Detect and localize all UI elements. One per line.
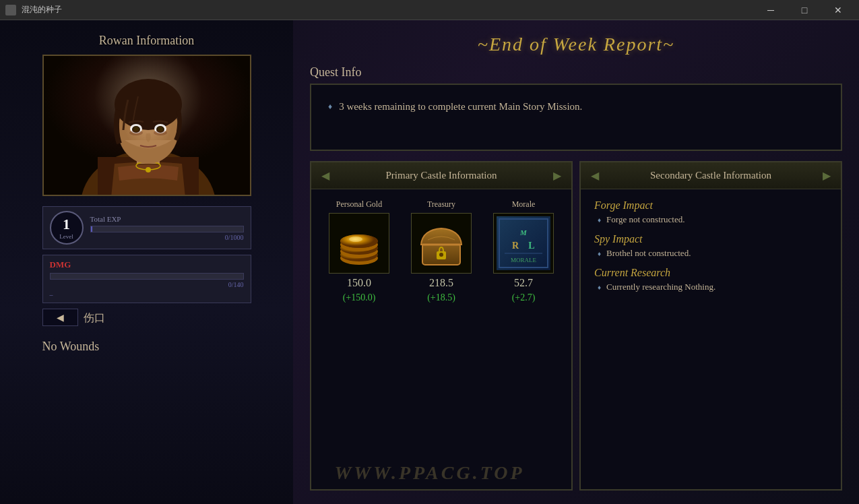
quest-content: 3 weeks remaining to complete current Ma… <box>339 98 582 115</box>
svg-point-24 <box>349 237 362 242</box>
gold-delta: (+150.0) <box>343 292 376 303</box>
stats-area: 1 Level Total EXP 0/1000 DMG 0/140 – <box>42 206 251 354</box>
character-svg <box>44 56 251 196</box>
exp-bar-bg <box>90 226 244 232</box>
secondary-castle-left-arrow: ◀ <box>591 169 599 182</box>
spy-impact-detail: ♦ Brothel not constructed. <box>594 248 827 259</box>
wounds-section-header: 伤口 <box>84 311 105 325</box>
research-title: Current Research <box>594 267 827 279</box>
right-panel: ~End of Week Report~ Quest Info ♦ 3 week… <box>293 20 859 504</box>
morale-value: 52.7 <box>514 277 533 289</box>
research-detail-text: Currently researching Nothing. <box>606 282 715 292</box>
exp-section: Total EXP 0/1000 <box>90 215 244 241</box>
gold-value: 150.0 <box>347 277 371 289</box>
svg-rect-26 <box>422 243 460 246</box>
quest-box: ♦ 3 weeks remaining to complete current … <box>310 84 842 151</box>
left-panel: Rowan Information <box>0 20 293 504</box>
spy-detail-text: Brothel not constructed. <box>606 248 691 259</box>
treasury-value: 218.5 <box>429 277 453 289</box>
quest-section: Quest Info ♦ 3 weeks remaining to comple… <box>310 65 842 151</box>
level-number: 1 <box>63 216 70 233</box>
minimize-button[interactable]: ─ <box>755 0 786 20</box>
quest-label: Quest Info <box>310 65 842 80</box>
spy-diamond: ♦ <box>598 250 601 257</box>
close-button[interactable]: ✕ <box>823 0 854 20</box>
dmg-bar-container: DMG 0/140 – <box>42 255 251 303</box>
secondary-castle-header: ◀ Secondary Castle Information ▶ <box>581 162 841 189</box>
primary-castle-header: ◀ Primary Castle Information ▶ <box>311 162 571 189</box>
wounds-toggle-button[interactable]: ◀ <box>42 309 78 326</box>
svg-point-28 <box>439 253 443 257</box>
level-bar-container: 1 Level Total EXP 0/1000 <box>42 206 251 249</box>
treasury-icon <box>411 213 472 274</box>
morale-delta: (+2.7) <box>512 292 536 303</box>
total-exp-label: Total EXP <box>90 215 244 223</box>
gold-svg <box>332 216 386 270</box>
primary-castle-right-arrow: ▶ <box>553 169 561 182</box>
personal-gold-label: Personal Gold <box>336 199 382 210</box>
treasury-item: Treasury <box>411 199 472 303</box>
character-portrait <box>42 55 251 196</box>
secondary-castle-right-arrow: ▶ <box>823 169 831 182</box>
maximize-button[interactable]: □ <box>789 0 820 20</box>
primary-castle-left-arrow: ◀ <box>321 169 329 182</box>
svg-text:M: M <box>519 228 528 237</box>
dmg-sub: – <box>50 291 244 298</box>
research-section: Current Research ♦ Currently researching… <box>594 267 827 292</box>
svg-point-15 <box>129 130 143 135</box>
secondary-castle-panel: ◀ Secondary Castle Information ▶ Forge I… <box>579 161 842 491</box>
level-circle: 1 Level <box>50 211 84 245</box>
no-wounds-text: No Wounds <box>42 340 251 354</box>
personal-gold-item: Personal Gold <box>329 199 389 303</box>
title-bar-controls: ─ □ ✕ <box>755 0 854 20</box>
spy-impact-title: Spy Impact <box>594 233 827 245</box>
title-bar-left: 混沌的种子 <box>5 4 62 15</box>
portrait-inner <box>44 56 250 195</box>
character-name-header: Rowan Information <box>99 34 194 48</box>
chest-svg <box>414 216 468 270</box>
forge-diamond: ♦ <box>598 216 601 224</box>
resources-row: Personal Gold <box>321 199 561 303</box>
treasury-delta: (+18.5) <box>427 292 455 303</box>
spy-impact-section: Spy Impact ♦ Brothel not constructed. <box>594 233 827 259</box>
secondary-castle-title: Secondary Castle Information <box>650 170 771 181</box>
personal-gold-icon <box>329 213 389 274</box>
title-bar: 混沌的种子 ─ □ ✕ <box>0 0 859 20</box>
dmg-bar-bg <box>50 273 244 280</box>
dmg-label: DMG <box>50 259 244 270</box>
morale-svg: M R L MORALE <box>497 216 550 270</box>
secondary-castle-body: Forge Impact ♦ Forge not constructed. Sp… <box>581 189 841 303</box>
castle-panels: ◀ Primary Castle Information ▶ Personal … <box>310 161 842 491</box>
level-label: Level <box>59 233 73 240</box>
primary-castle-body: Personal Gold <box>311 189 571 313</box>
app-title: 混沌的种子 <box>22 4 62 15</box>
primary-castle-title: Primary Castle Information <box>386 170 497 181</box>
forge-impact-detail: ♦ Forge not constructed. <box>594 214 827 225</box>
morale-item: Morale <box>493 199 554 303</box>
research-detail: ♦ Currently researching Nothing. <box>594 282 827 292</box>
app-icon <box>5 5 16 15</box>
svg-text:MORALE: MORALE <box>511 257 537 263</box>
svg-text:L: L <box>528 241 534 251</box>
quest-bullet: ♦ <box>328 100 332 113</box>
dmg-values: 0/140 <box>50 281 244 288</box>
report-title: ~End of Week Report~ <box>310 34 842 55</box>
wounds-toggle-row: ◀ 伤口 <box>42 309 251 333</box>
quest-text: ♦ 3 weeks remaining to complete current … <box>328 98 824 115</box>
exp-values: 0/1000 <box>90 234 244 241</box>
forge-detail-text: Forge not constructed. <box>606 214 685 225</box>
morale-label: Morale <box>512 199 536 210</box>
primary-castle-panel: ◀ Primary Castle Information ▶ Personal … <box>310 161 573 491</box>
svg-point-16 <box>154 130 167 135</box>
morale-icon: M R L MORALE <box>493 213 554 274</box>
exp-bar-fill <box>91 226 92 232</box>
forge-impact-section: Forge Impact ♦ Forge not constructed. <box>594 199 827 225</box>
svg-text:R: R <box>512 241 519 251</box>
forge-impact-title: Forge Impact <box>594 199 827 212</box>
svg-point-6 <box>146 167 151 172</box>
treasury-label: Treasury <box>427 199 455 210</box>
main-content: Rowan Information <box>0 20 859 504</box>
research-diamond: ♦ <box>598 284 601 291</box>
